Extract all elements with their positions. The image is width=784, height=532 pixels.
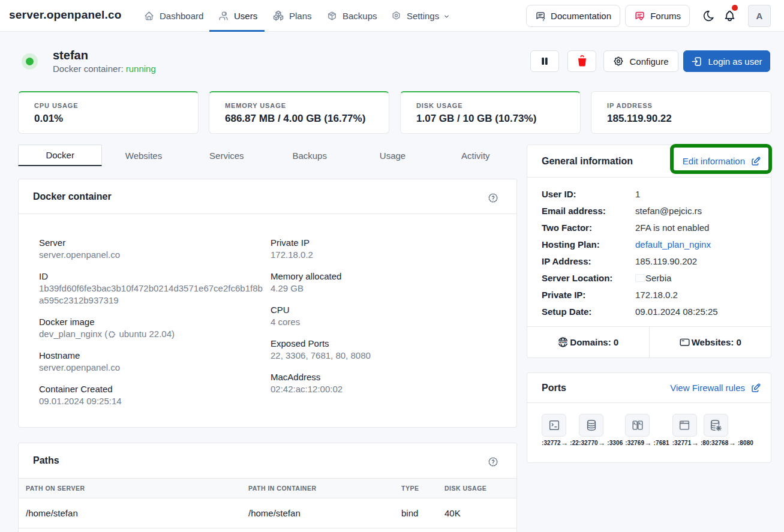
svg-text:www: www — [558, 340, 567, 344]
svg-text:?: ? — [542, 15, 545, 22]
